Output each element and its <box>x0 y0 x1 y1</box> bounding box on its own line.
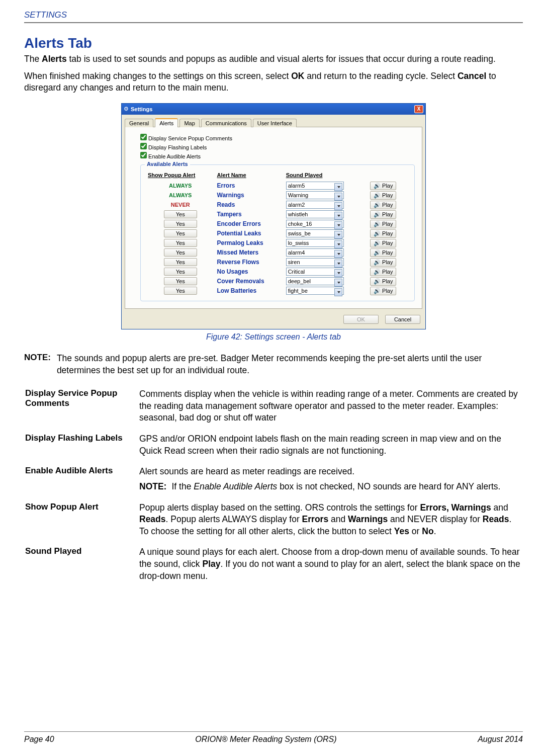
intro-paragraph-2: When finished making changes to the sett… <box>24 70 523 94</box>
groupbox-title: Available Alerts <box>145 161 190 167</box>
table-row: YesEncoder Errorschoke_16🔊 Play <box>146 219 409 229</box>
checkbox-row: Display Flashing Labels <box>140 143 415 150</box>
alert-name: Warnings <box>217 192 244 199</box>
definition-desc: GPS and/or ORION endpoint labels flash o… <box>139 429 522 461</box>
display-flashing-labels-checkbox[interactable] <box>140 143 147 149</box>
popup-yes-no-button[interactable]: Yes <box>164 220 197 228</box>
table-row: YesLow Batteriesfight_be🔊 Play <box>146 286 409 296</box>
tab-map[interactable]: Map <box>179 119 199 127</box>
play-button[interactable]: 🔊 Play <box>370 268 396 276</box>
figure-wrap: ⚙ Settings X General Alerts Map Communic… <box>24 103 523 342</box>
footer-left: Page 40 <box>24 735 54 744</box>
tab-communications[interactable]: Communications <box>201 119 251 127</box>
play-button[interactable]: 🔊 Play <box>370 182 396 190</box>
section-title: Alerts Tab <box>24 35 523 51</box>
top-rule <box>24 22 523 23</box>
popup-yes-no-button[interactable]: Yes <box>164 277 197 285</box>
tabstrip: General Alerts Map Communications User I… <box>122 115 425 127</box>
table-row: YesMissed Metersalarm4🔊 Play <box>146 248 409 258</box>
popup-yes-no-button[interactable]: Yes <box>164 258 197 266</box>
ok-button[interactable]: OK <box>343 315 379 324</box>
close-button[interactable]: X <box>414 105 423 113</box>
play-button[interactable]: 🔊 Play <box>370 287 396 295</box>
b: Reads <box>483 514 509 524</box>
popup-always-label: ALWAYS <box>164 192 197 198</box>
text: box is not checked, NO sounds are heard … <box>277 481 500 491</box>
sound-select[interactable]: alarm4 <box>286 248 344 257</box>
b: Errors, Warnings <box>420 502 491 513</box>
definition-term: Display Flashing Labels <box>25 429 138 461</box>
play-button[interactable]: 🔊 Play <box>370 229 396 238</box>
alerts-table: Show Popup Alert Alert Name Sound Played… <box>146 171 409 296</box>
sound-select[interactable]: deep_bel <box>286 277 344 285</box>
alert-name: Encoder Errors <box>217 220 261 227</box>
play-button[interactable]: 🔊 Play <box>370 258 396 267</box>
tab-user-interface[interactable]: User Interface <box>253 119 297 127</box>
b: Yes <box>394 526 409 536</box>
play-button[interactable]: 🔊 Play <box>370 220 396 228</box>
play-button[interactable]: 🔊 Play <box>370 239 396 247</box>
tab-body: Display Service Popup Comments Display F… <box>125 127 422 309</box>
popup-yes-no-button[interactable]: Yes <box>164 239 197 247</box>
checkbox-row: Enable Audible Alerts <box>140 152 415 159</box>
available-alerts-group: Available Alerts Show Popup Alert Alert … <box>140 164 415 301</box>
figure-caption: Figure 42: Settings screen - Alerts tab <box>24 332 523 342</box>
tab-general[interactable]: General <box>125 119 153 127</box>
sound-select[interactable]: fight_be <box>286 287 344 295</box>
checkbox-label: Display Service Popup Comments <box>148 135 232 141</box>
sound-select[interactable]: alarm5 <box>286 182 344 190</box>
play-button[interactable]: 🔊 Play <box>370 191 396 200</box>
sound-select[interactable]: Warning <box>286 191 344 199</box>
cancel-button[interactable]: Cancel <box>385 315 420 324</box>
play-button[interactable]: 🔊 Play <box>370 277 396 286</box>
popup-yes-no-button[interactable]: Yes <box>164 248 197 257</box>
enable-audible-alerts-checkbox[interactable] <box>140 152 147 158</box>
alert-name: Reverse Flows <box>217 259 259 266</box>
alert-name: Tampers <box>217 211 242 218</box>
gear-icon: ⚙ <box>124 106 129 112</box>
popup-yes-no-button[interactable]: Yes <box>164 268 197 276</box>
definition-term: Enable Audible Alerts <box>25 462 138 496</box>
sound-select[interactable]: swiss_be <box>286 229 344 237</box>
popup-yes-no-button[interactable]: Yes <box>164 210 197 218</box>
definition-desc: Alert sounds are heard as meter readings… <box>139 462 522 496</box>
footer-center: ORION® Meter Reading System (ORS) <box>195 735 336 744</box>
sound-select[interactable]: choke_16 <box>286 220 344 228</box>
t: and NEVER display for <box>388 514 483 524</box>
checkbox-row: Display Service Popup Comments <box>140 134 415 141</box>
tab-alerts[interactable]: Alerts <box>155 118 178 127</box>
note-block: NOTE: The sounds and popup alerts are pr… <box>24 353 523 376</box>
text: tab is used to set sounds and popups as … <box>67 54 496 64</box>
sound-select[interactable]: whistleh <box>286 210 344 218</box>
table-row: ALWAYSErrorsalarm5🔊 Play <box>146 181 409 191</box>
text: and return to the reading cycle. Select <box>304 71 457 81</box>
t: and <box>491 502 508 513</box>
t: and <box>328 514 348 524</box>
play-button[interactable]: 🔊 Play <box>370 248 396 257</box>
sound-select[interactable]: siren <box>286 258 344 266</box>
window-titlebar: ⚙ Settings X <box>122 104 425 115</box>
play-button[interactable]: 🔊 Play <box>370 201 396 209</box>
sound-select[interactable]: lo_swiss <box>286 239 344 247</box>
text: When finished making changes to the sett… <box>24 71 291 81</box>
display-service-popup-checkbox[interactable] <box>140 134 147 140</box>
play-button[interactable]: 🔊 Play <box>370 210 396 219</box>
alert-name: Errors <box>217 182 235 189</box>
alert-name: Permalog Leaks <box>217 239 263 246</box>
table-header-row: Show Popup Alert Alert Name Sound Played <box>146 171 409 181</box>
table-row: ALWAYSWarningsWarning🔊 Play <box>146 191 409 200</box>
table-row: NEVERReadsalarm2🔊 Play <box>146 200 409 210</box>
t: . Popup alerts ALWAYS display for <box>166 514 302 524</box>
inner-note: NOTE:If the Enable Audible Alerts box is… <box>139 481 522 493</box>
sound-select[interactable]: Critical <box>286 268 344 276</box>
text: The <box>24 54 42 64</box>
popup-yes-no-button[interactable]: Yes <box>164 287 197 295</box>
sound-select[interactable]: alarm2 <box>286 201 344 209</box>
page-footer: Page 40 ORION® Meter Reading System (ORS… <box>24 731 523 744</box>
definition-term: Show Popup Alert <box>25 498 138 542</box>
definition-row: Display Service Popup Comments Comments … <box>25 384 522 428</box>
footer-right: August 2014 <box>478 735 523 744</box>
popup-yes-no-button[interactable]: Yes <box>164 229 197 237</box>
definition-row: Display Flashing Labels GPS and/or ORION… <box>25 429 522 461</box>
note-text: The sounds and popup alerts are pre-set.… <box>57 353 523 376</box>
